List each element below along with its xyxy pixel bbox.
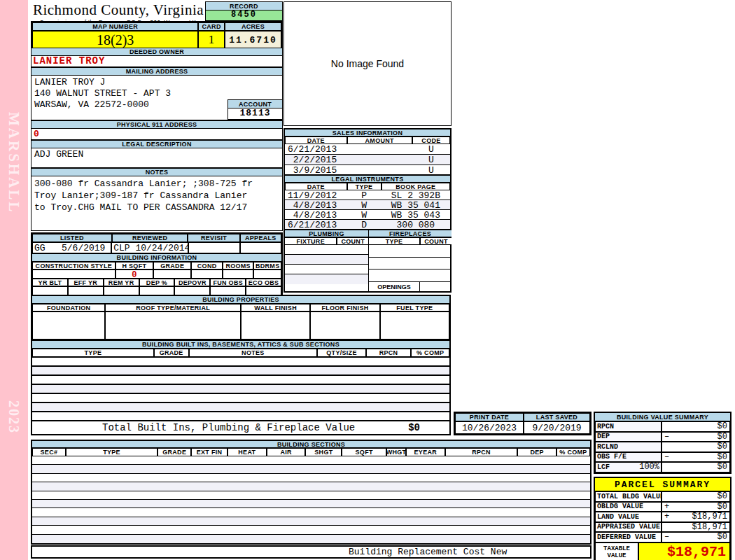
- building-information-section: BUILDING INFORMATION CONSTRUCTION STYLE …: [31, 253, 283, 297]
- effyr-label: EFF YR: [68, 279, 104, 286]
- mailing-line-2: 140 WALNUT STREET - APT 3: [34, 88, 282, 99]
- mailing-address-label: MAILING ADDRESS: [31, 67, 283, 76]
- ps-deferred-label: DEFERRED VALUE: [597, 533, 656, 541]
- print-date-value: 10/26/2023: [455, 421, 524, 434]
- fuel-type-value: [380, 312, 449, 340]
- bdrms-label: BDRMS: [253, 262, 281, 270]
- bvs-lcf-value: $0: [718, 462, 727, 472]
- builtins-row: [32, 366, 449, 375]
- bs-heat-label: HEAT: [227, 448, 267, 456]
- bvs-lcf-pct: 100%: [639, 462, 659, 472]
- builtins-total-value: $0: [408, 422, 420, 433]
- notes-line-1: 300-080 fr Cassandra Lanier; ;308-725 fr: [34, 178, 282, 190]
- depovr-label: DEPOVR: [174, 279, 210, 286]
- bs-sqft-label: SQFT: [342, 448, 386, 456]
- bs-whgt-label: WHGT: [386, 448, 406, 456]
- bs-comp-label: % COMP: [556, 448, 590, 456]
- notes-line-3: to Troy.CHG MAIL TO PER CASSANDRA 12/17: [34, 202, 282, 214]
- built-ins-section: BUILDING BUILT INS, BASEMENTS, ATTICS & …: [31, 340, 451, 435]
- li-bookpage-value: WB 35 043: [382, 210, 450, 219]
- rooms-label: ROOMS: [223, 262, 254, 270]
- builtins-total-row: Total Built Ins, Plumbing & Fireplace Va…: [32, 421, 449, 434]
- built-ins-title: BUILDING BUILT INS, BASEMENTS, ATTICS & …: [32, 341, 449, 349]
- li-type-value: W: [347, 210, 382, 219]
- plumbing-row: [285, 265, 368, 274]
- sales-amount-value: [347, 144, 412, 154]
- ps-obldg-label: OBLDG VALUE: [597, 503, 643, 510]
- ps-land-value: $18,971: [692, 512, 727, 522]
- ps-deferred-value: $0: [718, 532, 727, 542]
- builtins-total-label: Total Built Ins, Plumbing & Fireplace Va…: [102, 422, 355, 433]
- sales-amount-value: [347, 155, 412, 164]
- plumbing-row: [285, 255, 368, 265]
- card-label: CARD: [198, 22, 225, 31]
- fireplaces-row: [369, 245, 451, 258]
- sales-date-value: 6/21/2013: [285, 144, 347, 154]
- sales-amount-label: AMOUNT: [347, 136, 412, 144]
- last-saved-value: 9/20/2019: [524, 421, 590, 434]
- bs-extfin-label: EXT FIN: [191, 448, 227, 456]
- fuel-type-label: FUEL TYPE: [380, 304, 449, 312]
- legal-instrument-row: 4/8/2013 W WB 35 041: [285, 200, 450, 210]
- ps-row-obldg: OBLDG VALUE +$0: [595, 502, 730, 512]
- building-section-row: [32, 526, 590, 534]
- construction-style-label: CONSTRUCTION STYLE: [32, 262, 115, 270]
- replacement-cost-row: Building Replacement Cost New: [31, 545, 592, 559]
- builtins-grade-label: GRADE: [154, 349, 189, 357]
- builtins-comp-label: % COMP: [411, 349, 449, 357]
- plumbing-fireplaces-section: PLUMBING FIXTURE COUNT FIREPLACES TYPE C…: [284, 229, 451, 293]
- plumbing-row: [285, 274, 368, 284]
- building-section-row: [32, 456, 590, 465]
- yrblt-label: YR BLT: [32, 279, 68, 286]
- sales-code-value: U: [412, 155, 450, 164]
- map-card-acres-table: MAP NUMBER CARD ACRES 18(2)3 1 11.6710: [31, 21, 283, 50]
- bvs-dep-label: DEP: [597, 433, 610, 440]
- foundation-label: FOUNDATION: [32, 304, 105, 312]
- openings-value: [420, 282, 451, 291]
- bs-air-label: AIR: [267, 448, 306, 456]
- plumbing-row: [285, 245, 368, 255]
- building-section-row: [32, 500, 590, 508]
- legal-description-value: ADJ GREEN: [31, 148, 283, 168]
- account-value: 18113: [227, 108, 283, 120]
- rooms-value: [223, 270, 254, 279]
- li-date-value: 11/9/2012: [285, 190, 347, 200]
- hsqft-value: 0: [115, 270, 153, 279]
- bvs-rpcn-value: $0: [718, 421, 727, 431]
- listed-label: LISTED: [32, 234, 112, 242]
- last-saved-label: LAST SAVED: [524, 413, 590, 421]
- bs-type-label: TYPE: [66, 448, 158, 456]
- record-box: RECORD 8450: [205, 1, 283, 21]
- notes-section: NOTES 300-080 fr Cassandra Lanier; ;308-…: [31, 168, 283, 231]
- map-number-value: 18(2)3: [32, 31, 198, 49]
- building-section-row: [32, 535, 590, 543]
- builtins-qty-label: QTY/SIZE: [317, 349, 366, 357]
- bvs-row-rclnd: RCLND $0: [595, 442, 730, 452]
- fireplaces-count-label: COUNT: [420, 237, 451, 245]
- fireplaces-table: FIREPLACES TYPE COUNT OPENINGS: [369, 230, 451, 291]
- acres-label: ACRES: [225, 22, 281, 31]
- floor-finish-value: [310, 312, 379, 340]
- acres-value: 11.6710: [225, 31, 281, 49]
- bs-eyear-label: EYEAR: [406, 448, 445, 456]
- replacement-cost-label: Building Replacement Cost New: [349, 547, 507, 557]
- funobs-label: FUN OBS: [210, 279, 246, 286]
- building-section-row: [32, 474, 590, 482]
- revisit-label: REVISIT: [188, 234, 239, 242]
- legal-instruments-title: LEGAL INSTRUMENTS: [285, 176, 450, 183]
- fireplaces-title: FIREPLACES: [369, 230, 451, 237]
- bvs-rpcn-label: RPCN: [597, 423, 614, 430]
- roof-type-value: [105, 312, 241, 340]
- ps-obldg-sign: +: [664, 502, 674, 512]
- grade-label: GRADE: [153, 262, 191, 270]
- remyr-label: REM YR: [104, 279, 139, 286]
- wall-finish-label: WALL FINISH: [241, 304, 310, 312]
- sales-code-value: U: [412, 144, 450, 154]
- notes-box: 300-080 fr Cassandra Lanier; ;308-725 fr…: [31, 176, 283, 231]
- legal-instrument-row: 4/8/2013 W WB 35 043: [285, 210, 450, 220]
- li-date-value: 4/8/2013: [285, 200, 347, 209]
- print-info-section: PRINT DATE LAST SAVED 10/26/2023 9/20/20…: [454, 412, 592, 435]
- physical-address-label: PHYSICAL 911 ADDRESS: [31, 120, 283, 129]
- bvs-rclnd-label: RCLND: [597, 443, 618, 451]
- property-record-card: MARSHALL 2023 Richmond County, Virginia …: [0, 0, 735, 560]
